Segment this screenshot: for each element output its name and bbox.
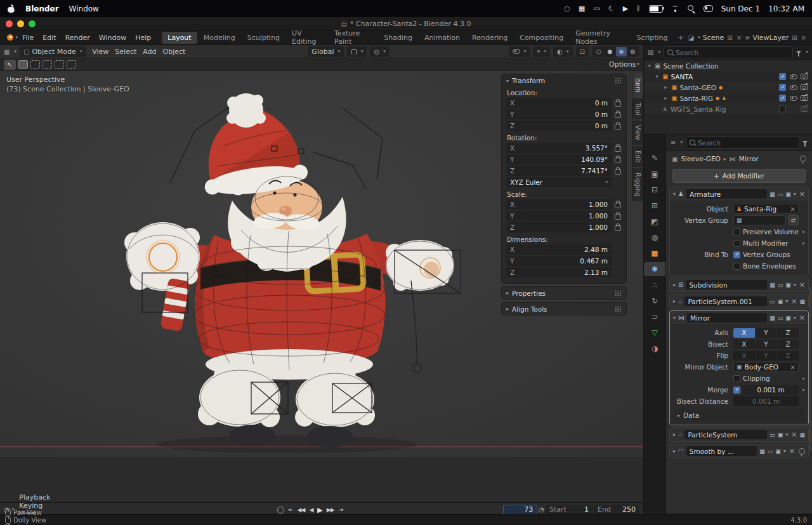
disclosure-icon[interactable]: ▸ <box>663 95 669 101</box>
extras-dropdown-icon[interactable]: ▾ <box>785 432 788 437</box>
select-mode-subtract-button[interactable] <box>43 60 52 69</box>
invert-vertex-group-button[interactable]: ⇄ <box>788 215 799 225</box>
clear-icon[interactable]: × <box>790 206 796 213</box>
menu-bar-clock[interactable]: 10:32 AM <box>768 4 804 13</box>
outliner-row-santa-geo[interactable]: ▸ ▣ Santa-GEO ● <box>644 82 812 93</box>
hide-eye-icon[interactable] <box>790 96 797 101</box>
transform-orientation-dropdown[interactable]: Global▾ <box>308 46 344 57</box>
lock-icon[interactable] <box>615 124 621 130</box>
render-toggle[interactable]: ▣ <box>778 432 783 438</box>
chevron-down-icon[interactable]: ▾ <box>698 36 700 40</box>
editor-type-icon[interactable]: ▦ <box>4 48 10 55</box>
armature-object-field[interactable]: ♟ Santa-Rig × <box>733 204 799 214</box>
data-subpanel[interactable]: ▸ Data <box>674 409 804 421</box>
workspace-tab[interactable]: Layout <box>162 32 197 44</box>
render-toggle[interactable]: ▣ <box>785 315 791 321</box>
frame-end-field[interactable]: End250 <box>594 505 639 515</box>
expand-icon[interactable]: ▸ <box>673 432 676 437</box>
outliner-row-scene-collection[interactable]: ▾ ▣ Scene Collection <box>644 60 812 71</box>
workspace-tab[interactable]: Animation <box>419 32 466 44</box>
dimension-field[interactable]: Y0.467 m <box>506 256 612 266</box>
sidebar-tab[interactable]: Edit <box>632 146 643 167</box>
timeline-menu[interactable]: Playback▾ <box>15 493 58 502</box>
edit-mode-toggle[interactable]: ▦ <box>759 448 765 455</box>
bisect-x-button[interactable]: X <box>733 340 755 349</box>
extras-dropdown-icon[interactable]: ▾ <box>794 315 796 321</box>
properties-tab[interactable]: ◩ <box>644 215 665 229</box>
transform-panel-header[interactable]: ▾ Transform <box>502 74 626 87</box>
select-mode-intersect-button[interactable] <box>67 60 76 69</box>
collapsed-panel[interactable]: ▸ Align Tools <box>501 302 627 316</box>
filter-icon[interactable] <box>802 141 808 144</box>
properties-tab[interactable]: ✎ <box>644 151 665 165</box>
axis-y-button[interactable]: Y <box>756 328 777 338</box>
topbar-menu[interactable]: Help <box>131 34 155 42</box>
flip-z-button[interactable]: Z <box>777 351 799 361</box>
lock-icon[interactable] <box>615 157 621 163</box>
play-reverse-button[interactable]: ◀ <box>309 507 313 513</box>
drag-grip-icon[interactable] <box>615 306 622 312</box>
realtime-toggle[interactable]: ▭ <box>778 191 783 197</box>
vertex-group-field[interactable]: ▦ <box>733 215 785 225</box>
breadcrumb-modifier[interactable]: Mirror <box>739 155 759 163</box>
modifier-name-field[interactable]: Smooth by ... <box>686 446 757 456</box>
unlink-scene-icon[interactable]: × <box>736 34 742 41</box>
menu-bar-date[interactable]: Sun Dec 1 <box>721 4 760 13</box>
viewport-menu[interactable]: View <box>89 48 112 56</box>
preserve-volume-checkbox[interactable]: Preserve Volume <box>733 228 799 236</box>
viewport-menu[interactable]: Select <box>112 48 140 56</box>
render-toggle[interactable]: ▣ <box>785 191 791 197</box>
multi-modifier-checkbox[interactable]: Multi Modifier <box>733 239 799 247</box>
macos-window-menu[interactable]: Window <box>69 4 99 13</box>
pin-icon[interactable] <box>800 156 806 162</box>
axis-z-button[interactable]: Z <box>777 328 799 338</box>
properties-tab[interactable]: ✱ <box>644 262 665 276</box>
collapsed-panel[interactable]: ▸ Properties <box>501 286 627 300</box>
expand-icon[interactable]: ▸ <box>673 282 676 288</box>
topbar-menu[interactable]: Render <box>61 34 95 42</box>
exclude-checkbox[interactable] <box>779 95 786 102</box>
current-frame-field[interactable]: 73 <box>503 505 537 515</box>
spotlight-icon[interactable] <box>688 5 695 13</box>
realtime-toggle[interactable]: ▭ <box>769 298 775 305</box>
disclosure-icon[interactable]: ▾ <box>654 74 660 79</box>
close-icon[interactable]: × <box>789 447 795 455</box>
lock-icon[interactable] <box>615 146 621 152</box>
location-field[interactable]: X0 m <box>506 98 612 108</box>
scale-field[interactable]: X1.000 <box>506 199 612 209</box>
remove-view-layer-icon[interactable]: × <box>801 34 807 41</box>
search-input[interactable] <box>698 139 796 147</box>
topbar-menu[interactable]: Window <box>95 34 131 42</box>
modifier-name-field[interactable]: ParticleSystem <box>684 430 767 439</box>
bisect-distance-field[interactable]: 0.001 m <box>733 396 799 406</box>
physics-icon[interactable]: ▦ <box>799 432 805 438</box>
close-icon[interactable]: × <box>799 314 805 322</box>
properties-tab[interactable]: ↻ <box>644 294 665 308</box>
decorator-icon[interactable]: • <box>802 375 806 382</box>
close-icon[interactable]: × <box>799 281 805 289</box>
decorator-icon[interactable]: • <box>802 229 806 236</box>
location-field[interactable]: Z0 m <box>506 121 612 131</box>
pin-icon[interactable] <box>799 448 805 455</box>
render-visibility-icon[interactable] <box>801 95 808 101</box>
play-icon[interactable]: ▶ <box>623 4 628 13</box>
modifier-name-field[interactable]: Subdivision <box>686 280 767 289</box>
editor-type-icon[interactable]: ▤ <box>648 49 653 56</box>
scale-field[interactable]: Y1.000 <box>506 211 612 221</box>
properties-tab[interactable]: ◑ <box>644 342 665 356</box>
properties-scrollbar[interactable] <box>809 287 811 452</box>
location-field[interactable]: Y0 m <box>506 109 612 119</box>
bind-bone-envelopes-checkbox[interactable]: Bone Envelopes <box>733 262 799 270</box>
viewport-canvas[interactable]: User Perspective (73) Scene Collection |… <box>0 71 643 457</box>
select-mode-invert-button[interactable] <box>55 60 64 69</box>
mirror-object-field[interactable]: ▣ Body-GEO × <box>733 362 799 372</box>
lock-icon[interactable] <box>615 203 621 208</box>
flip-x-button[interactable]: X <box>733 351 755 361</box>
topbar-menu[interactable]: File <box>18 34 38 42</box>
wireframe-shading-button[interactable]: ○ <box>593 47 604 56</box>
scene-selector[interactable]: Scene <box>703 34 724 42</box>
gizmos-dropdown[interactable]: ⌖▾ <box>533 46 550 57</box>
render-toggle[interactable]: ▣ <box>778 298 783 305</box>
close-icon[interactable]: × <box>791 430 797 439</box>
chevron-down-icon[interactable]: ▾ <box>806 50 808 55</box>
